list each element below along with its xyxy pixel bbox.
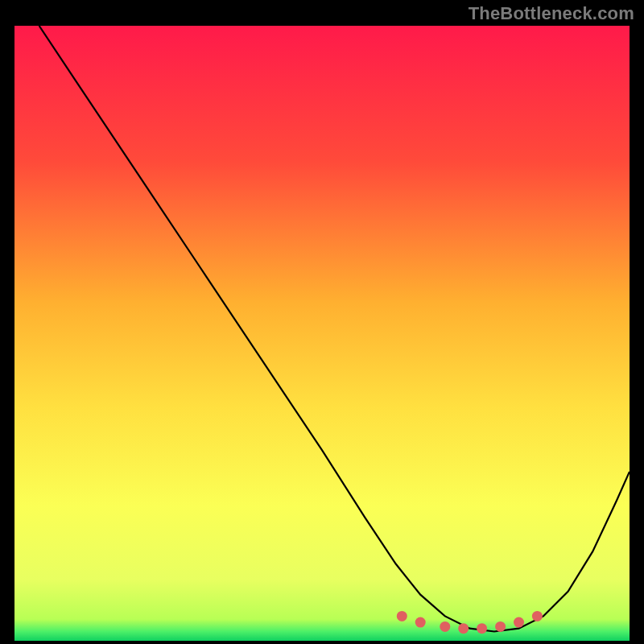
marker-dot (532, 611, 543, 621)
marker-dot (495, 621, 506, 632)
bottleneck-chart (14, 26, 630, 641)
marker-dot (415, 617, 426, 628)
gradient-backdrop (14, 26, 630, 641)
chart-frame (14, 26, 630, 641)
marker-dot (397, 611, 407, 621)
marker-dot (514, 617, 524, 628)
watermark-text: TheBottleneck.com (469, 3, 634, 24)
marker-dot (458, 623, 469, 634)
marker-dot (440, 621, 450, 632)
marker-dot (477, 623, 487, 634)
